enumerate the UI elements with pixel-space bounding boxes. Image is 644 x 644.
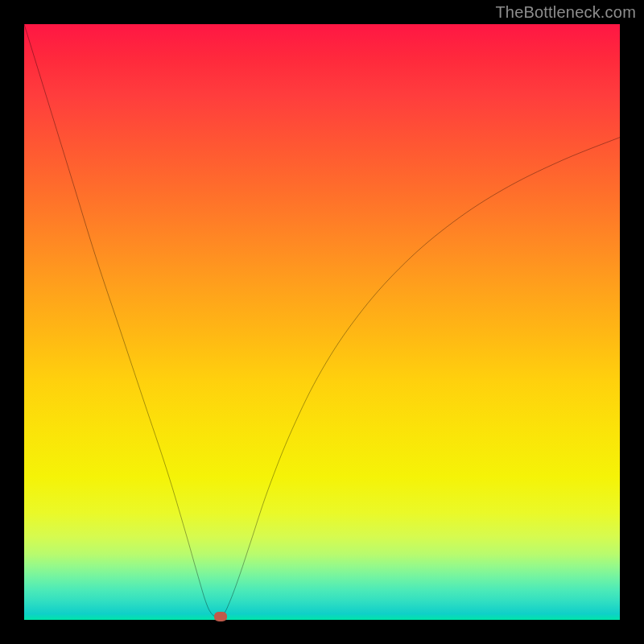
watermark-text: TheBottleneck.com <box>495 3 636 22</box>
chart-frame: TheBottleneck.com <box>0 0 644 644</box>
bottleneck-curve <box>24 24 620 620</box>
plot-area <box>24 24 620 620</box>
optimal-point-marker <box>214 612 227 621</box>
